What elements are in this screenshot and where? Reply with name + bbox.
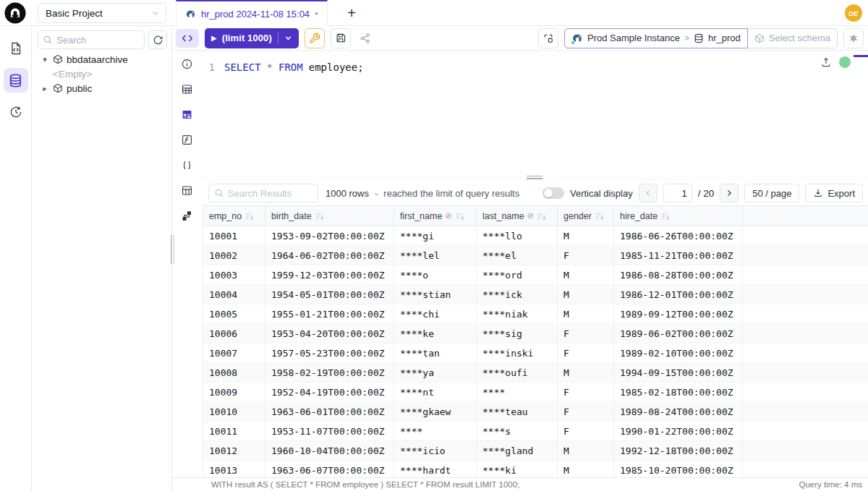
tab-hr-prod[interactable]: hr_prod 2024-11-08 15:04 ● [176,0,328,26]
table-row[interactable]: 100051955-01-21T00:00:00Z****chi****niak… [203,304,868,324]
table-cell[interactable]: F [558,402,614,422]
functions-icon[interactable] [179,132,195,147]
table-row[interactable]: 100131963-06-07T00:00:00Z****hardt****ki… [203,461,868,478]
table-cell[interactable]: ****oufi [477,363,558,383]
table-cell[interactable]: **** [477,383,558,402]
table-row[interactable]: 100031959-12-03T00:00:00Z****o****ordM19… [203,265,868,285]
table-cell[interactable]: ****hardt [394,461,477,478]
schema-diagram-icon[interactable] [179,208,195,223]
table-cell[interactable]: 1990-01-22T00:00:00Z [614,422,743,441]
table-cell[interactable]: 1957-05-23T00:00:00Z [265,343,394,363]
sql-editor[interactable]: 1 SELECT*FROMemployee; [201,51,868,174]
table-cell[interactable]: ****llo [477,226,558,246]
sort-icon[interactable] [456,212,464,221]
tree-search-input[interactable] [56,35,129,46]
column-header-emp_no[interactable]: emp_no [203,206,265,226]
caret-down-icon[interactable]: ▾ [41,55,49,64]
next-page-button[interactable] [720,184,739,202]
column-header-first_name[interactable]: first_name⊘ [394,206,477,226]
table-row[interactable]: 100061953-04-20T00:00:00Z****ke****sigF1… [203,324,868,343]
table-cell[interactable]: ****gi [394,226,477,246]
history-icon[interactable] [4,100,28,124]
table-cell[interactable]: 1989-06-02T00:00:00Z [614,324,743,343]
table-cell[interactable]: 10001 [203,226,265,246]
table-row[interactable]: 100011953-09-02T00:00:00Z****gi****lloM1… [203,226,868,246]
table-cell[interactable]: 1986-08-28T00:00:00Z [614,265,743,285]
table-cell[interactable]: ****ki [477,461,558,478]
table-cell[interactable]: ****tan [394,343,477,363]
table-row[interactable]: 100101963-06-01T00:00:00Z****gkaew****te… [203,402,868,422]
page-size-button[interactable]: 50 / page [744,184,799,202]
sort-icon[interactable] [661,212,670,221]
views-icon[interactable] [179,183,195,197]
table-cell[interactable]: 1989-09-12T00:00:00Z [614,304,743,324]
table-cell[interactable]: ****ick [477,285,558,304]
table-cell[interactable]: 10004 [203,285,265,304]
table-cell[interactable]: 1994-09-15T00:00:00Z [614,363,743,383]
table-cell[interactable]: 10003 [203,265,265,285]
vertical-display-toggle[interactable] [542,187,564,199]
sort-icon[interactable] [315,212,324,221]
table-cell[interactable]: 1986-06-26T00:00:00Z [614,226,743,246]
table-cell[interactable]: 1964-06-02T00:00:00Z [265,246,394,265]
colored-tables-icon[interactable] [179,107,195,121]
table-cell[interactable]: **** [394,422,477,441]
table-cell[interactable]: F [558,324,614,343]
instance-database-select[interactable]: Prod Sample Instance > hr_prod [564,28,748,48]
table-cell[interactable]: ****icio [394,441,477,461]
parentheses-icon[interactable] [179,158,195,172]
table-cell[interactable]: 10002 [203,246,265,265]
table-cell[interactable]: ****ya [394,363,477,383]
table-cell[interactable]: 1955-01-21T00:00:00Z [265,304,394,324]
table-row[interactable]: 100121960-10-04T00:00:00Z****icio****gla… [203,441,868,461]
tree-item-bbdataarchive[interactable]: ▾ bbdataarchive [32,52,171,67]
table-cell[interactable]: ****stian [394,285,477,304]
avatar[interactable]: DE [845,4,862,22]
table-cell[interactable]: 1954-05-01T00:00:00Z [265,285,394,304]
tree-search-box[interactable] [38,30,145,49]
table-cell[interactable]: 10011 [203,422,265,441]
sort-icon[interactable] [537,212,546,221]
table-cell[interactable]: F [558,246,614,265]
table-cell[interactable]: 1985-11-21T00:00:00Z [614,246,743,265]
table-cell[interactable]: M [558,304,614,324]
column-header-last_name[interactable]: last_name⊘ [477,206,558,226]
table-cell[interactable]: M [558,226,614,246]
table-cell[interactable]: 10007 [203,343,265,363]
table-cell[interactable]: 1953-11-07T00:00:00Z [265,422,394,441]
column-header-birth_date[interactable]: birth_date [265,206,394,226]
table-cell[interactable]: ****lel [394,246,477,265]
table-cell[interactable]: F [558,343,614,363]
table-cell[interactable]: ****o [394,265,477,285]
table-cell[interactable]: 1959-12-03T00:00:00Z [265,265,394,285]
save-button[interactable] [331,28,351,48]
table-cell[interactable]: 10010 [203,402,265,422]
table-cell[interactable]: F [558,422,614,441]
share-button[interactable] [357,30,374,47]
tree-item-public[interactable]: ▸ public [32,81,171,95]
new-tab-button[interactable]: + [341,3,362,23]
worksheet-icon[interactable] [4,36,28,61]
table-cell[interactable]: ****nt [394,383,477,402]
table-cell[interactable]: M [558,363,614,383]
table-row[interactable]: 100081958-02-19T00:00:00Z****ya****oufiM… [203,363,868,383]
prev-page-button[interactable] [639,184,658,202]
caret-right-icon[interactable]: ▸ [41,84,49,93]
info-icon[interactable] [179,56,195,71]
table-cell[interactable]: M [558,461,614,478]
results-search-box[interactable] [208,184,318,202]
page-number-input[interactable] [663,184,692,202]
table-cell[interactable]: 1986-12-01T00:00:00Z [614,285,743,304]
run-options-chevron-icon[interactable] [284,34,292,42]
table-cell[interactable]: F [558,383,614,402]
table-row[interactable]: 100071957-05-23T00:00:00Z****tan****insk… [203,343,868,363]
table-cell[interactable]: 1963-06-01T00:00:00Z [265,402,394,422]
refresh-button[interactable] [148,30,167,49]
ai-assistant-button[interactable] [843,28,864,48]
table-cell[interactable]: ****ke [394,324,477,343]
table-cell[interactable]: ****el [477,246,558,265]
table-cell[interactable]: ****chi [394,304,477,324]
table-cell[interactable]: 1985-10-20T00:00:00Z [614,461,743,478]
table-cell[interactable]: M [558,265,614,285]
table-cell[interactable]: 1953-09-02T00:00:00Z [265,226,394,246]
